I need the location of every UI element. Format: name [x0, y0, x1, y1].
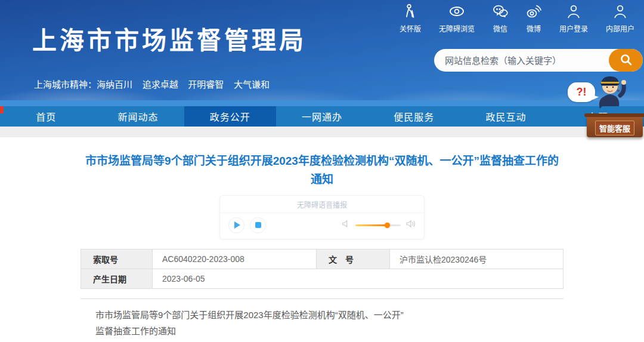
- article-body-text: 市市场监管局等9个部门关于组织开展2023年度检验检测机构“双随机、一公开”监督…: [95, 307, 404, 340]
- doc-number-label: 文 号: [317, 249, 390, 269]
- article-title: 市市场监管局等9个部门关于组织开展2023年度检验检测机构“双随机、一公开”监督…: [80, 152, 564, 189]
- issue-date-label: 产生日期: [81, 269, 153, 288]
- volume-slider[interactable]: [355, 224, 401, 226]
- quick-link-user-login[interactable]: 用户登录: [559, 4, 588, 33]
- weibo-icon: [526, 4, 541, 23]
- index-number-label: 索取号: [81, 249, 153, 269]
- audio-controls: [220, 213, 424, 239]
- issue-date-value: 2023-06-05: [153, 269, 564, 288]
- nav-left-red-marker: [0, 106, 4, 113]
- nav-item-news[interactable]: 新闻动态: [92, 106, 184, 127]
- site-title: 上海市市场监督管理局: [32, 20, 306, 56]
- quick-link-label: 微信: [493, 23, 507, 33]
- mascot-desk: 智能客服: [587, 116, 643, 137]
- article-body-block: 市市场监管局等9个部门关于组织开展2023年度检验检测机构“双随机、一公开”监督…: [80, 299, 564, 342]
- document-meta-table: 索取号 AC6040220-2023-008 文 号 沪市监认检20230246…: [80, 249, 564, 289]
- table-row: 产生日期 2023-06-05: [81, 269, 564, 288]
- elder-care-icon: [402, 4, 418, 23]
- site-search: [434, 49, 643, 72]
- site-header: 上海市市场监督管理局 上海城市精神：海纳百川 追求卓越 开明睿智 大气谦和 关怀…: [0, 0, 644, 100]
- audio-stop-button[interactable]: [250, 217, 266, 233]
- smart-service-label: 智能客服: [595, 121, 634, 135]
- page: 上海市市场监督管理局 上海城市精神：海纳百川 追求卓越 开明睿智 大气谦和 关怀…: [0, 0, 644, 342]
- table-row: 索取号 AC6040220-2023-008 文 号 沪市监认检20230246…: [81, 249, 564, 269]
- stop-icon: [255, 222, 261, 228]
- user-login-icon: [566, 4, 581, 23]
- wechat-icon: [493, 4, 508, 23]
- nav-item-interaction[interactable]: 政民互动: [460, 106, 552, 127]
- volume-fill: [355, 224, 388, 226]
- play-icon: [234, 221, 240, 229]
- quick-link-care-version[interactable]: 关怀版: [400, 4, 421, 33]
- accessibility-eye-icon: [449, 4, 465, 23]
- nav-content-divider: [0, 127, 644, 137]
- quick-link-label: 关怀版: [400, 23, 421, 33]
- main-nav: 首页 新闻动态 政务公开 一网通办 便民服务 政民互动 专题: [0, 106, 644, 127]
- quick-link-label: 内部用户: [606, 23, 634, 33]
- audio-player: 无障碍语音播报: [219, 195, 425, 239]
- volume-mute-icon: [342, 220, 350, 230]
- article-content: 市市场监管局等9个部门关于组织开展2023年度检验检测机构“双随机、一公开”监督…: [0, 137, 644, 342]
- audio-play-button[interactable]: [228, 217, 244, 233]
- internal-user-icon: [612, 4, 628, 23]
- quick-link-weibo[interactable]: 微博: [526, 4, 541, 33]
- volume-knob[interactable]: [385, 223, 390, 228]
- search-button[interactable]: [609, 49, 643, 72]
- quick-link-accessibility[interactable]: 无障碍浏览: [439, 4, 475, 33]
- smart-service-mascot[interactable]: ?! 智能客服: [565, 72, 644, 138]
- quick-link-label: 微博: [527, 23, 541, 33]
- header-bottom-strip: [0, 100, 644, 106]
- quick-link-wechat[interactable]: 微信: [493, 4, 508, 33]
- quick-link-internal-user[interactable]: 内部用户: [606, 4, 634, 33]
- quick-link-label: 无障碍浏览: [439, 23, 475, 33]
- search-icon: [619, 53, 633, 69]
- city-spirit-slogan: 上海城市精神：海纳百川 追求卓越 开明睿智 大气谦和: [34, 78, 270, 90]
- index-number-value: AC6040220-2023-008: [153, 249, 317, 269]
- quick-link-label: 用户登录: [559, 23, 588, 33]
- audio-player-title: 无障碍语音播报: [220, 196, 424, 213]
- mascot-desk-top: [584, 113, 644, 117]
- volume-speaker-icon: [406, 220, 416, 230]
- volume-control: [342, 220, 416, 230]
- table-spacer-row: [80, 289, 564, 299]
- nav-item-gov-disclosure[interactable]: 政务公开: [184, 106, 276, 127]
- nav-item-online-services[interactable]: 一网通办: [276, 106, 368, 127]
- doc-number-value: 沪市监认检20230246号: [390, 249, 564, 269]
- header-quick-links: 关怀版 无障碍浏览 微信 微博 用户登录 内部用户: [382, 4, 634, 33]
- nav-item-home[interactable]: 首页: [0, 106, 92, 127]
- nav-item-public-services[interactable]: 便民服务: [368, 106, 460, 127]
